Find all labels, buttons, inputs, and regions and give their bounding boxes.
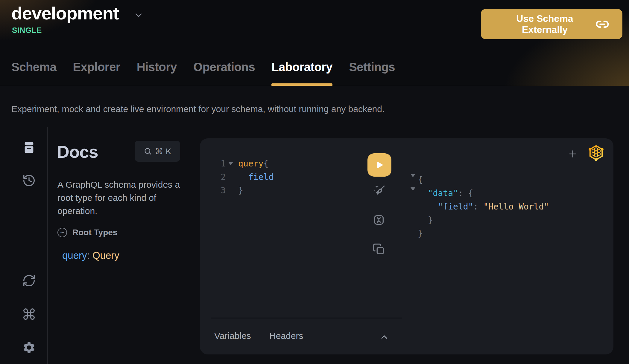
hive-logo-button[interactable]	[588, 144, 604, 161]
merge-icon	[372, 213, 386, 227]
editor-line: 1 query{	[200, 157, 274, 170]
token-key-data: "data"	[428, 188, 458, 198]
fold-triangle-icon	[411, 174, 415, 182]
tab-label: History	[137, 60, 177, 74]
docs-search-button[interactable]: ⌘ K	[135, 141, 180, 162]
tab-label: Laboratory	[271, 60, 332, 74]
tab-variables[interactable]: Variables	[214, 331, 251, 341]
tab-label: Operations	[193, 60, 255, 74]
docs-pane-title: Docs	[57, 142, 98, 162]
graphiql-panel: 1 query{ 2 field 3 }	[200, 138, 613, 354]
code-text: field	[238, 172, 274, 182]
root-types-label: Root Types	[72, 228, 117, 237]
response-fold-toggle[interactable]	[411, 191, 415, 196]
line-number: 2	[212, 172, 226, 182]
sidebar-item-shortcuts[interactable]	[22, 307, 36, 321]
chevron-up-icon	[379, 333, 389, 342]
response-viewer: { "data": { "field": "Hello World" } }	[418, 173, 549, 240]
search-shortcut-hint: ⌘ K	[155, 146, 171, 156]
root-type-query-row: query: Query	[62, 250, 119, 261]
prettify-query-button[interactable]	[372, 183, 387, 198]
token-field: field	[238, 172, 274, 182]
token-punct: {	[418, 175, 423, 185]
page-description: Experiment, mock and create live environ…	[11, 104, 385, 114]
token-punct: }	[238, 186, 243, 195]
response-line: {	[418, 173, 549, 186]
tab-explorer[interactable]: Explorer	[73, 59, 120, 86]
line-number: 1	[212, 159, 226, 169]
code-text: }	[238, 186, 243, 195]
play-icon	[374, 160, 385, 170]
tabs-divider	[0, 86, 629, 86]
query-separator: :	[87, 250, 92, 261]
search-icon	[144, 147, 152, 155]
command-icon	[22, 307, 36, 321]
link-icon	[595, 17, 609, 31]
sidebar-divider	[47, 127, 48, 364]
query-editor[interactable]: 1 query{ 2 field 3 }	[200, 157, 274, 197]
copy-query-button[interactable]	[372, 242, 386, 256]
tab-history[interactable]: History	[137, 59, 177, 86]
plus-icon	[567, 149, 578, 159]
token-punct: {	[263, 159, 268, 169]
root-types-icon: ~	[57, 228, 67, 237]
docs-icon	[22, 140, 36, 154]
collapse-editor-tools-button[interactable]	[379, 333, 389, 342]
root-types-section-header: ~ Root Types	[57, 228, 117, 237]
tab-headers[interactable]: Headers	[269, 331, 303, 341]
tab-operations[interactable]: Operations	[193, 59, 255, 86]
chevron-down-icon[interactable]	[133, 10, 144, 20]
code-text: query{	[238, 159, 268, 169]
token-punct: :	[473, 202, 483, 212]
cta-label: Use Schema Externally	[494, 13, 595, 35]
response-line: "field": "Hello World"	[418, 200, 549, 213]
fold-triangle-icon	[228, 162, 233, 165]
response-line: "data": {	[418, 186, 549, 200]
sidebar-item-refresh-schema[interactable]	[22, 274, 36, 287]
sidebar-item-settings[interactable]	[22, 341, 36, 354]
sidebar-item-docs[interactable]	[22, 140, 36, 154]
sidebar-item-history[interactable]	[22, 174, 36, 187]
editor-line: 2 field	[200, 170, 274, 184]
fold-toggle[interactable]	[226, 162, 236, 165]
line-number: 3	[212, 186, 226, 195]
merge-fragments-button[interactable]	[372, 213, 386, 227]
tab-label: Schema	[11, 60, 56, 74]
token-key-field: "field"	[438, 202, 473, 212]
tab-label: Explorer	[73, 60, 120, 74]
tab-label: Settings	[349, 60, 395, 74]
copy-icon	[372, 242, 386, 256]
hive-logo-icon	[588, 144, 604, 161]
history-icon	[22, 174, 36, 187]
token-punct	[418, 188, 428, 198]
token-punct	[418, 202, 438, 212]
fold-triangle-icon	[411, 187, 415, 196]
tab-laboratory[interactable]: Laboratory	[271, 59, 332, 86]
token-string-value: "Hello World"	[483, 202, 549, 212]
editor-footer-divider	[211, 318, 402, 318]
target-title: development	[11, 3, 119, 24]
page-header: development SINGLE Use Schema Externally…	[0, 0, 629, 86]
response-line: }	[418, 227, 549, 240]
response-line: }	[418, 213, 549, 227]
tab-settings[interactable]: Settings	[349, 59, 395, 86]
status-badge: SINGLE	[12, 26, 42, 35]
tab-schema[interactable]: Schema	[11, 59, 56, 86]
gear-icon	[22, 341, 36, 354]
token-keyword: query	[238, 159, 263, 169]
docs-schema-description: A GraphQL schema provides a root type fo…	[57, 178, 204, 218]
use-schema-externally-button[interactable]: Use Schema Externally	[481, 9, 622, 39]
token-punct: }	[418, 229, 423, 238]
query-field-link[interactable]: query	[62, 250, 87, 261]
token-punct: }	[418, 215, 433, 225]
editor-line: 3 }	[200, 184, 274, 197]
add-tab-button[interactable]	[567, 149, 578, 159]
query-type-link[interactable]: Query	[92, 250, 119, 261]
token-punct: : {	[458, 188, 473, 198]
execute-query-button[interactable]	[367, 153, 391, 177]
prettify-icon	[372, 183, 387, 198]
main-nav-tabs: Schema Explorer History Operations Labor…	[0, 59, 629, 86]
response-fold-toggle[interactable]	[411, 177, 415, 183]
refresh-icon	[22, 274, 36, 287]
